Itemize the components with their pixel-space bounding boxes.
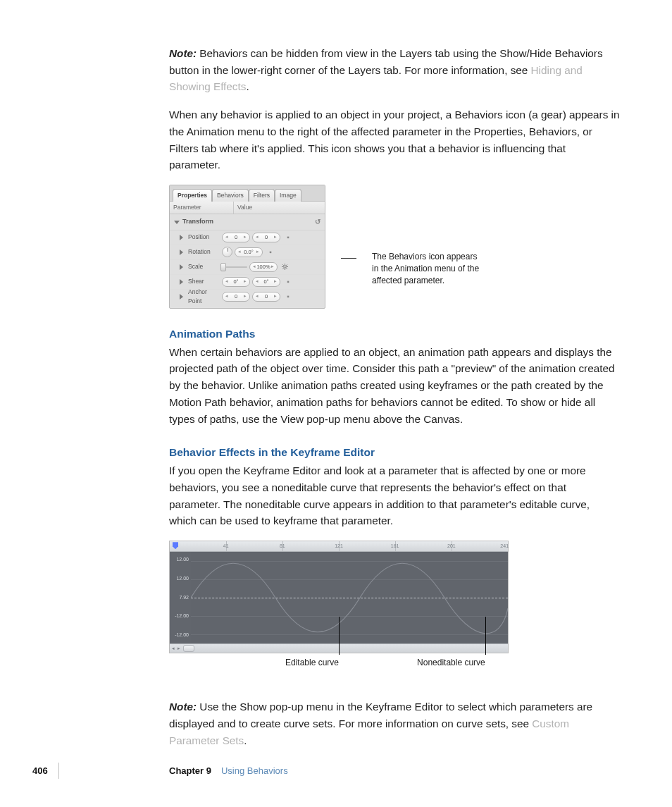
callout-behaviors-icon: The Behaviors icon appears in the Animat… <box>372 251 485 286</box>
disclosure-triangle-right-icon[interactable] <box>180 279 183 285</box>
stepper-left-icon[interactable]: ◂ <box>225 292 228 300</box>
stepper-left-icon[interactable]: ◂ <box>256 233 259 241</box>
anchor-x-stepper[interactable]: ◂ 0 ▸ <box>222 292 250 302</box>
position-y-stepper[interactable]: ◂ 0 ▸ <box>252 233 280 242</box>
page-footer: 406 Chapter 9 Using Behaviors <box>0 765 672 776</box>
group-transform[interactable]: Transform ↺ <box>170 214 325 230</box>
shear-y-value: 0° <box>263 278 268 286</box>
disclosure-triangle-right-icon[interactable] <box>180 294 183 300</box>
keyframe-ruler[interactable]: 41 81 121 161 201 241 <box>170 541 508 552</box>
position-x-stepper[interactable]: ◂ 0 ▸ <box>222 233 250 242</box>
position-x-value: 0 <box>235 233 237 242</box>
disclosure-triangle-right-icon[interactable] <box>180 250 183 255</box>
rotation-stepper[interactable]: ◂ 0.0° ▸ <box>235 247 263 257</box>
scale-slider[interactable] <box>222 264 247 271</box>
disclosure-triangle-right-icon[interactable] <box>180 264 183 270</box>
note-paragraph-1: Note: Behaviors can be hidden from view … <box>169 45 620 95</box>
shear-x-value: 0° <box>233 278 238 286</box>
keyframe-plot[interactable] <box>191 552 508 643</box>
stepper-right-icon[interactable]: ▸ <box>244 278 247 285</box>
row-rotation: Rotation ◂ 0.0° ▸ ▪ <box>170 245 325 260</box>
param-label-shear: Shear <box>188 277 204 286</box>
svg-line-6 <box>286 269 287 269</box>
y-axis-label: 7.92 <box>172 594 189 602</box>
callout-leader-line <box>341 258 356 259</box>
tab-image[interactable]: Image <box>275 189 301 202</box>
stepper-left-icon[interactable]: ◂ <box>253 263 256 271</box>
scrollbar-thumb[interactable] <box>183 645 194 652</box>
anchor-y-stepper[interactable]: ◂ 0 ▸ <box>252 292 280 302</box>
stepper-right-icon[interactable]: ▸ <box>274 233 277 241</box>
animation-menu-icon[interactable]: ▪ <box>285 291 292 302</box>
position-y-value: 0 <box>265 233 268 242</box>
page: Note: Behaviors can be hidden from view … <box>0 0 672 807</box>
animation-menu-icon[interactable]: ▪ <box>285 276 292 288</box>
ruler-tick-label: 81 <box>280 543 285 550</box>
scale-value: 100% <box>256 263 270 271</box>
y-axis-label: 12.00 <box>172 575 189 583</box>
figure-keyframe-editor: 41 81 121 161 201 241 12.00 12.00 7.92 -… <box>169 541 620 694</box>
chapter-title: Using Behaviors <box>221 765 288 776</box>
inspector-panel: Properties Behaviors Filters Image Param… <box>169 185 325 309</box>
stepper-right-icon[interactable]: ▸ <box>274 278 277 285</box>
tab-behaviors[interactable]: Behaviors <box>212 189 249 202</box>
scale-stepper[interactable]: ◂ 100% ▸ <box>249 262 278 272</box>
panel-column-headers: Parameter Value <box>170 201 325 214</box>
stepper-right-icon[interactable]: ▸ <box>244 292 247 300</box>
ruler-tick-label: 161 <box>391 543 399 550</box>
stepper-left-icon[interactable]: ◂ <box>225 278 228 285</box>
stepper-left-icon[interactable]: ◂ <box>225 233 228 241</box>
ruler-tick-label: 121 <box>335 543 343 550</box>
callout-leader-line <box>339 617 340 655</box>
reset-arrow-icon[interactable]: ↺ <box>315 216 321 228</box>
row-anchor-point: Anchor Point ◂ 0 ▸ ◂ 0 ▸ ▪ <box>170 290 325 304</box>
behaviors-gear-icon[interactable] <box>282 264 288 270</box>
scrollbar-right-arrow-icon[interactable]: ▸ <box>178 645 180 653</box>
stepper-left-icon[interactable]: ◂ <box>256 278 259 285</box>
y-axis-label: -12.00 <box>172 632 189 639</box>
stepper-left-icon[interactable]: ◂ <box>238 248 241 256</box>
disclosure-triangle-down-icon[interactable] <box>174 221 180 224</box>
param-label-rotation: Rotation <box>188 247 211 257</box>
y-axis-label: -12.00 <box>172 612 189 620</box>
animation-menu-icon[interactable]: ▪ <box>285 232 292 243</box>
param-label-scale: Scale <box>188 262 203 271</box>
keyframe-y-axis: 12.00 12.00 7.92 -12.00 -12.00 <box>170 552 191 643</box>
stepper-right-icon[interactable]: ▸ <box>274 292 277 300</box>
param-label-position: Position <box>188 233 209 242</box>
note1-text-c: . <box>246 80 249 92</box>
tab-properties[interactable]: Properties <box>173 189 212 202</box>
stepper-left-icon[interactable]: ◂ <box>256 292 259 300</box>
note-label: Note: <box>169 47 197 59</box>
anchor-y-value: 0 <box>265 292 268 301</box>
callout-leader-line <box>485 617 486 655</box>
animation-menu-icon[interactable]: ▪ <box>267 247 274 258</box>
figure-properties-panel: Properties Behaviors Filters Image Param… <box>169 185 620 309</box>
note2-text-c: . <box>244 734 247 746</box>
stepper-right-icon[interactable]: ▸ <box>271 263 274 271</box>
footer-rule <box>58 763 59 779</box>
ruler-tick-label: 241 <box>500 543 509 550</box>
stepper-right-icon[interactable]: ▸ <box>256 248 259 256</box>
row-position: Position ◂ 0 ▸ ◂ 0 ▸ ▪ <box>170 230 325 245</box>
note-paragraph-2: Note: Use the Show pop-up menu in the Ke… <box>169 698 620 749</box>
page-number: 406 <box>32 765 48 776</box>
paragraph-animation-paths: When certain behaviors are applied to an… <box>169 344 620 428</box>
column-value: Value <box>234 202 325 214</box>
ruler-tick-label: 201 <box>447 543 456 550</box>
rotation-dial[interactable] <box>222 247 232 257</box>
tab-filters[interactable]: Filters <box>249 189 275 202</box>
paragraph-behavior-icon: When any behavior is applied to an objec… <box>169 106 620 173</box>
shear-x-stepper[interactable]: ◂ 0° ▸ <box>222 277 250 287</box>
stepper-right-icon[interactable]: ▸ <box>244 233 247 241</box>
playhead-icon[interactable] <box>173 542 178 549</box>
callout-noneditable-curve: Noneditable curve <box>417 656 485 670</box>
scrollbar-left-arrow-icon[interactable]: ◂ <box>172 645 175 653</box>
keyframe-callouts: Editable curve Noneditable curve <box>169 656 507 694</box>
disclosure-triangle-right-icon[interactable] <box>180 235 183 240</box>
shear-y-stepper[interactable]: ◂ 0° ▸ <box>252 277 280 287</box>
param-label-anchor: Anchor Point <box>188 288 222 306</box>
note-label: Note: <box>169 701 197 713</box>
rotation-value: 0.0° <box>244 248 253 257</box>
svg-point-0 <box>284 266 287 269</box>
